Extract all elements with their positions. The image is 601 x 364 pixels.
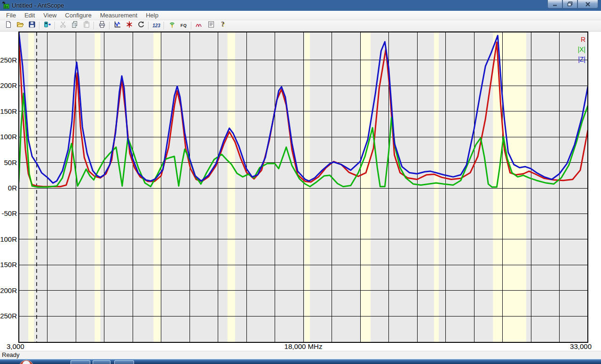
- fq-icon: FQ: [181, 23, 187, 28]
- y-axis-label: 0R: [8, 184, 17, 192]
- taskbar-button[interactable]: [93, 360, 111, 364]
- window-controls: [547, 0, 598, 8]
- red-star-icon: [126, 21, 133, 30]
- status-text: Ready: [0, 351, 20, 358]
- close-button[interactable]: [577, 0, 598, 8]
- start-button[interactable]: [19, 360, 34, 364]
- legend-item-X: |X|: [577, 46, 585, 53]
- taskbar-button[interactable]: [71, 360, 90, 364]
- taskbar-button[interactable]: [114, 360, 134, 364]
- paste-clipboard-icon: [83, 21, 90, 30]
- y-axis-label: -200R: [0, 286, 17, 294]
- new-document-icon: [5, 21, 12, 30]
- toolbar-separator: [164, 22, 165, 30]
- x-axis-label: 33,000: [570, 342, 592, 350]
- cut-button[interactable]: [57, 20, 69, 31]
- band-highlight: [305, 32, 310, 342]
- paste-button[interactable]: [80, 20, 92, 31]
- impedance-sweep-chart[interactable]: 250R200R150R100R50R0R-50R-100R-150R-200R…: [0, 32, 601, 351]
- band-highlight: [28, 32, 34, 342]
- toolbar-separator: [39, 22, 40, 30]
- refresh-icon: [137, 21, 145, 30]
- print-button[interactable]: [96, 20, 108, 31]
- analyzer-device-icon: [44, 21, 51, 30]
- antscope-window: Untitled - AntScope File Edit View Confi…: [0, 0, 601, 364]
- frequency-mode-button[interactable]: FQ: [178, 20, 190, 31]
- y-axis-label: -250R: [0, 312, 17, 320]
- toolbar-separator: [191, 22, 192, 30]
- cut-scissors-icon: [59, 21, 67, 30]
- toolbar-separator: [55, 22, 55, 30]
- print-icon: [98, 21, 106, 30]
- refresh-button[interactable]: [135, 20, 147, 31]
- menu-configure[interactable]: Configure: [61, 11, 95, 20]
- copy-icon: [71, 21, 79, 30]
- antscope-app-icon: [2, 1, 9, 9]
- notes-list-button[interactable]: [205, 20, 217, 31]
- new-document-button[interactable]: [2, 20, 14, 31]
- band-highlight: [153, 32, 161, 342]
- chart-axes-icon: [114, 21, 121, 30]
- band-highlight: [228, 32, 235, 342]
- numeric-123-icon: 123: [152, 23, 160, 28]
- connect-analyzer-button[interactable]: [41, 20, 53, 31]
- legend-item-R: R: [581, 36, 585, 43]
- curves-icon: [196, 21, 203, 30]
- windows-taskbar[interactable]: [0, 359, 601, 364]
- y-axis-label: 200R: [0, 81, 17, 89]
- toolbar-separator: [109, 22, 110, 30]
- y-axis-label: 150R: [0, 107, 17, 115]
- titlebar[interactable]: Untitled - AntScope: [0, 0, 601, 11]
- svg-text:?: ?: [221, 21, 224, 28]
- restore-button[interactable]: [562, 0, 577, 8]
- toolbar-separator: [148, 22, 149, 30]
- help-icon: ? ?: [219, 21, 227, 30]
- statusbar: Ready: [0, 351, 601, 359]
- menu-view[interactable]: View: [39, 11, 61, 20]
- save-floppy-icon: [28, 21, 36, 30]
- numeric-entry-button[interactable]: 123: [150, 20, 162, 31]
- band-highlight: [493, 32, 526, 342]
- minimize-button[interactable]: [547, 0, 562, 8]
- menu-help[interactable]: Help: [142, 11, 163, 20]
- copy-button[interactable]: [69, 20, 80, 31]
- y-axis-label: -50R: [1, 209, 17, 217]
- chart-view-button[interactable]: [111, 20, 123, 31]
- open-folder-icon: [16, 21, 24, 30]
- window-title: Untitled - AntScope: [12, 2, 64, 9]
- y-axis-label: 250R: [0, 55, 17, 63]
- chart-area: 250R200R150R100R50R0R-50R-100R-150R-200R…: [0, 32, 601, 351]
- legend-item-Z: |Z|: [578, 55, 585, 63]
- help-button[interactable]: ? ?: [217, 20, 229, 31]
- y-axis-label: -100R: [0, 235, 17, 243]
- menubar: File Edit View Configure Measurement Hel…: [0, 11, 601, 20]
- toolbar-separator: [94, 22, 95, 30]
- y-axis-label: -150R: [0, 261, 17, 269]
- open-file-button[interactable]: [14, 20, 26, 31]
- antenna-signal-button[interactable]: [166, 20, 178, 31]
- notes-list-icon: [207, 21, 215, 30]
- y-axis-label: 100R: [0, 133, 17, 141]
- x-axis-label: 18,000 MHz: [285, 342, 323, 350]
- antenna-signal-icon: [168, 21, 176, 30]
- band-highlight: [95, 32, 100, 342]
- menu-file[interactable]: File: [2, 11, 20, 20]
- save-file-button[interactable]: [26, 20, 38, 31]
- menu-edit[interactable]: Edit: [20, 11, 39, 20]
- clear-markers-button[interactable]: [123, 20, 135, 31]
- curves-overlay-button[interactable]: [193, 20, 205, 31]
- x-axis-label: 3,000: [7, 342, 24, 350]
- band-highlight: [360, 32, 371, 342]
- toolbar: 123 FQ ? ?: [0, 20, 601, 32]
- y-axis-label: 50R: [4, 158, 17, 166]
- band-highlight: [434, 32, 439, 342]
- menu-measurement[interactable]: Measurement: [96, 11, 142, 20]
